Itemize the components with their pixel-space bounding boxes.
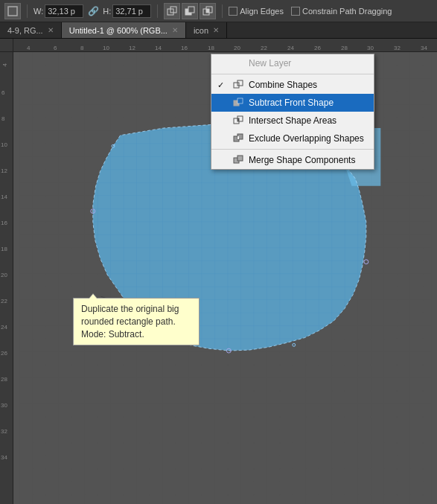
intersect-shape-areas-icon [232,115,244,127]
tab-3[interactable]: icon ✕ [186,22,227,38]
top-toolbar: W: 🔗 H: [0,0,437,22]
height-input[interactable] [112,4,151,18]
ruler-h-tick-10: 10 [103,45,109,51]
width-input[interactable] [45,4,83,18]
tab-3-label: icon [194,26,208,35]
exclude-overlapping-shapes-icon [232,133,244,144]
chain-icon[interactable]: 🔗 [88,6,98,16]
menu-item-merge-shape-components[interactable]: Merge Shape Components [211,151,374,169]
svg-rect-0 [8,7,17,16]
ruler-v-tick-14: 14 [1,194,7,200]
divider-3 [222,4,223,18]
combine-icon[interactable] [164,3,180,19]
height-field: H: [103,4,151,18]
constrain-path-label[interactable]: Constrain Path Dragging [291,7,392,16]
ruler-v-tick-8: 8 [1,115,4,122]
merge-shape-components-label: Merge Shape Components [249,155,355,165]
ruler-corner [0,39,13,52]
dropdown-menu: New Layer ✓ Combine Shapes [211,54,374,170]
ruler-v-tick-32: 32 [1,428,7,435]
ruler-vertical: 4 6 8 10 12 14 16 18 20 22 24 26 28 30 3… [0,52,13,504]
tab-2-label: Untitled-1 @ 600% (RGB... [69,26,168,35]
shape-icon[interactable] [4,3,21,19]
ruler-h-tick-14: 14 [155,45,162,51]
subtract-front-shape-label: Subtract Front Shape [249,98,334,108]
ruler-v-tick-16: 16 [1,220,7,226]
canvas-row: 4 6 8 10 12 14 16 18 20 22 24 26 28 30 3… [0,52,437,504]
shape-ops [164,3,216,19]
ruler-v-tick-24: 24 [1,324,7,331]
tooltip-text: Duplicate the original big rounded recta… [81,304,179,339]
tooltip: Duplicate the original big rounded recta… [73,298,200,345]
ruler-h-tick-8: 8 [80,45,83,51]
ruler-v-tick-34: 34 [1,454,7,461]
menu-separator-1 [211,74,374,74]
ruler-horizontal: ruler ticks 4 6 8 10 12 14 16 18 20 22 2… [13,39,437,52]
ruler-v-tick-20: 20 [1,272,7,278]
divider-1 [27,4,28,18]
ruler-h-tick-20: 20 [234,45,240,51]
canvas-area: ruler ticks 4 6 8 10 12 14 16 18 20 22 2… [0,39,437,504]
ruler-v-tick-28: 28 [1,376,7,383]
main-area: ruler ticks 4 6 8 10 12 14 16 18 20 22 2… [0,39,437,504]
ruler-h-tick-26: 26 [314,45,321,51]
tab-3-close[interactable]: ✕ [213,26,219,34]
ruler-v-tick-26: 26 [1,350,7,357]
width-label: W: [34,7,43,16]
intersect-icon[interactable] [200,3,216,19]
ruler-v-tick-18: 18 [1,246,7,252]
svg-rect-31 [237,156,243,161]
menu-item-exclude-overlapping-shapes[interactable]: Exclude Overlapping Shapes [211,130,374,147]
height-label: H: [103,7,111,16]
tab-2-close[interactable]: ✕ [172,26,178,34]
ruler-v-tick-12: 12 [1,168,7,174]
constrain-checkbox[interactable] [291,7,300,16]
ruler-h-tick-32: 32 [394,45,401,51]
combine-shapes-label: Combine Shapes [249,80,317,90]
ruler-h-tick-30: 30 [367,45,374,51]
check-combine: ✓ [217,80,228,90]
menu-item-new-layer[interactable]: New Layer [211,54,374,72]
ruler-h-tick-6: 6 [54,45,57,51]
menu-item-intersect-shape-areas[interactable]: Intersect Shape Areas [211,112,374,130]
tabbar: 4-9, RG... ✕ Untitled-1 @ 600% (RGB... ✕… [0,22,437,39]
width-field: W: [34,4,83,18]
ruler-h-tick-24: 24 [287,45,294,51]
align-edges-label[interactable]: Align Edges [229,7,284,16]
intersect-shape-areas-label: Intersect Shape Areas [249,115,336,126]
new-layer-label: New Layer [249,58,291,68]
tab-1-label: 4-9, RG... [7,26,43,35]
svg-rect-7 [206,9,209,13]
align-edges-checkbox[interactable] [229,7,237,16]
ruler-v-tick-4: 4 [1,63,8,66]
new-layer-icon [232,57,244,69]
tab-1-close[interactable]: ✕ [48,26,54,34]
ruler-v-tick-10: 10 [1,141,7,148]
svg-rect-26 [237,118,239,121]
divider-2 [157,4,158,18]
ruler-h-tick-34: 34 [421,45,427,51]
tab-2[interactable]: Untitled-1 @ 600% (RGB... ✕ [62,22,186,38]
menu-item-combine-shapes[interactable]: ✓ Combine Shapes [211,76,374,94]
ruler-v-tick-30: 30 [1,402,7,409]
ruler-h-tick-22: 22 [261,45,267,51]
ruler-h-tick-28: 28 [341,45,348,51]
ruler-v-tick-6: 6 [1,89,4,96]
subtract-icon[interactable] [182,3,198,19]
svg-rect-4 [188,7,194,13]
menu-item-subtract-front-shape[interactable]: Subtract Front Shape [211,94,374,112]
combine-shapes-icon [232,79,244,91]
tab-1[interactable]: 4-9, RG... ✕ [0,22,62,38]
ruler-v-tick-22: 22 [1,298,7,304]
menu-separator-2 [211,149,374,150]
ruler-h-tick-16: 16 [181,45,188,51]
canvas[interactable]: Duplicate the original big rounded recta… [13,52,437,504]
svg-rect-29 [237,136,239,139]
subtract-front-shape-icon [232,97,244,109]
exclude-overlapping-shapes-label: Exclude Overlapping Shapes [249,133,364,144]
ruler-h-tick-18: 18 [208,45,214,51]
merge-shape-components-icon [232,154,244,166]
svg-rect-23 [237,98,243,103]
ruler-h-tick-4: 4 [27,45,30,51]
ruler-h-tick-12: 12 [129,45,135,51]
